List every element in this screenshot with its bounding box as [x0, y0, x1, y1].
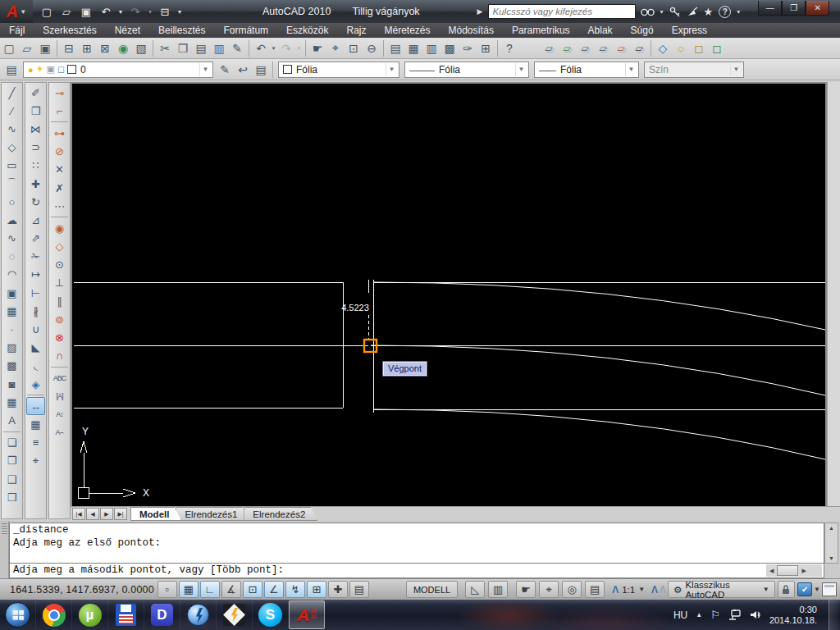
qp-toggle[interactable]: ▤: [349, 581, 369, 598]
plot-icon[interactable]: ⊟: [156, 3, 174, 20]
designcenter-button[interactable]: ▦: [404, 39, 422, 57]
polygon-tool[interactable]: ◇: [2, 139, 21, 157]
draworder-front-tool[interactable]: ❏: [2, 434, 21, 452]
undo-caret-icon[interactable]: ▾: [116, 3, 125, 20]
infocenter-collapse-icon[interactable]: ▶: [477, 7, 483, 16]
snap-none-tool[interactable]: ⊗: [50, 328, 69, 346]
quickcalc-button[interactable]: ⊞: [477, 39, 495, 57]
region-tool[interactable]: ◙: [2, 375, 21, 393]
plot-preview-button[interactable]: ⊞: [78, 39, 96, 57]
network-icon[interactable]: [728, 609, 742, 620]
menu-m-dos-t-s[interactable]: Módosítás: [440, 23, 503, 38]
paste-button[interactable]: ▤: [192, 39, 210, 57]
snap-tangent-tool[interactable]: ⊙: [50, 256, 69, 274]
menu-beilleszt-s[interactable]: Beillesztés: [149, 23, 214, 38]
restore-button[interactable]: ❐: [782, 1, 806, 16]
draworder-above-tool[interactable]: ❑: [2, 470, 21, 488]
clean-screen-button[interactable]: [822, 582, 837, 596]
search-binoculars-icon[interactable]: [641, 7, 655, 16]
drawing-canvas[interactable]: 4.5223YX Végpont: [71, 82, 827, 508]
layer-states-manager-button[interactable]: ▤: [252, 61, 270, 79]
skype-icon[interactable]: S: [253, 600, 289, 629]
quick-view-layouts-button[interactable]: ◺: [465, 581, 485, 598]
menu-form-tum[interactable]: Formátum: [214, 23, 277, 38]
table-tool[interactable]: ▦: [2, 393, 21, 411]
copy-button[interactable]: ❐: [174, 39, 192, 57]
annotation-visibility-icon[interactable]: Λ: [651, 584, 658, 596]
dyn-toggle[interactable]: ⊞: [307, 581, 326, 598]
scroll-right-icon[interactable]: ▶: [798, 568, 809, 574]
layer-previous-button2[interactable]: ↩: [234, 61, 252, 79]
layer-previous-button[interactable]: ▱: [576, 39, 594, 57]
search-caret-icon[interactable]: ▾: [660, 8, 664, 16]
offset-tool[interactable]: ⊃: [26, 139, 45, 157]
draworder-below-tool[interactable]: ❒: [2, 488, 21, 506]
lineweight-combo-caret-icon[interactable]: ▼: [625, 63, 637, 76]
save-icon[interactable]: ▣: [77, 3, 95, 20]
qat-more-icon[interactable]: ▾: [176, 3, 184, 20]
scale-tool[interactable]: ⊿: [26, 211, 45, 229]
tool-palettes-button[interactable]: ▥: [422, 39, 441, 57]
snap-toggle[interactable]: ▫: [158, 581, 177, 598]
annotation-scale-caret-icon[interactable]: ▼: [638, 586, 645, 593]
layer-unlock-button[interactable]: ◻: [708, 39, 726, 57]
undo-icon[interactable]: ↶: [97, 3, 115, 20]
draworder-back-tool[interactable]: ❐: [2, 452, 21, 470]
snap-apparent-intersection-tool[interactable]: ✗: [50, 179, 69, 197]
tab-elrendezes1[interactable]: Elrendezés1: [176, 507, 249, 521]
layer-match-button[interactable]: ▱: [558, 39, 576, 57]
open-button[interactable]: ▱: [18, 39, 36, 57]
linetype-combo[interactable]: ——— Fólia ▼: [404, 62, 529, 78]
arc-tool[interactable]: ⌒: [2, 175, 21, 193]
snap-endpoint-tool[interactable]: ⊶: [50, 124, 69, 142]
canvas-scrollbar[interactable]: [827, 82, 840, 508]
new-button[interactable]: ▢: [0, 39, 18, 57]
layer-combo[interactable]: ● ☀ ▣ ◻ 0 ▼: [23, 62, 213, 78]
insert-block-tool[interactable]: ▣: [2, 284, 21, 302]
spell-check-tool[interactable]: ABC: [50, 369, 69, 387]
winamp-icon[interactable]: [217, 600, 253, 629]
communication-center-icon[interactable]: [687, 7, 698, 17]
chrome-icon[interactable]: [36, 600, 72, 629]
tab-next-button[interactable]: ▶: [100, 508, 113, 520]
redo-button[interactable]: ↷: [277, 39, 295, 57]
make-block-tool[interactable]: ▦: [2, 302, 21, 320]
command-history-scrollbar[interactable]: ▲ ▼: [824, 523, 838, 564]
show-desktop-button[interactable]: [829, 600, 838, 630]
annotation-scale-value[interactable]: 1:1: [622, 585, 635, 595]
scale-text-tool[interactable]: A↕: [50, 405, 69, 423]
match-properties-button[interactable]: ✎: [228, 39, 246, 57]
scroll-left-icon[interactable]: ◀: [766, 568, 777, 574]
command-window-grip[interactable]: [0, 521, 9, 578]
circle-tool[interactable]: ○: [2, 193, 21, 211]
snap-extension-tool[interactable]: ⋯: [50, 197, 69, 215]
menu-rajz[interactable]: Rajz: [337, 23, 375, 38]
model-space-button[interactable]: MODELL: [406, 581, 458, 598]
help-caret-icon[interactable]: ▾: [737, 8, 740, 16]
tab-prev-button[interactable]: ◀: [86, 508, 99, 520]
revision-cloud-tool[interactable]: ☁: [2, 211, 21, 229]
multiline-text-tool[interactable]: A: [2, 411, 21, 429]
toolbar-lock-button[interactable]: [778, 581, 796, 598]
otrack-toggle[interactable]: ∠: [264, 581, 284, 598]
tab-last-button[interactable]: ▶|: [114, 508, 127, 520]
command-input[interactable]: Adja meg a második pontot, vagy [Több po…: [9, 564, 824, 578]
text-frame-tool[interactable]: [A]: [50, 387, 69, 405]
start-button[interactable]: [0, 600, 36, 629]
menu-f-jl[interactable]: Fájl: [0, 23, 34, 38]
layer-make-current-button[interactable]: ▱: [540, 39, 558, 57]
layer-users-button[interactable]: ▱: [630, 39, 648, 57]
properties-button[interactable]: ▤: [386, 39, 404, 57]
ellipse-arc-tool[interactable]: ◠: [2, 266, 21, 284]
ortho-toggle[interactable]: ∟: [200, 581, 220, 598]
rectangle-tool[interactable]: ▭: [2, 157, 21, 175]
scroll-down-icon[interactable]: ▼: [829, 554, 834, 563]
line-tool[interactable]: ╱: [2, 84, 21, 102]
daemon-tools-icon[interactable]: [180, 600, 217, 629]
move-tool[interactable]: ✚: [26, 175, 45, 193]
clock[interactable]: 0:30 2014.10.18.: [769, 605, 820, 626]
sheet-set-button[interactable]: ▩: [441, 39, 459, 57]
spline-tool[interactable]: ∿: [2, 230, 21, 248]
paste-special-button[interactable]: ▥: [210, 39, 228, 57]
layer-walk-button[interactable]: ▱: [594, 39, 612, 57]
